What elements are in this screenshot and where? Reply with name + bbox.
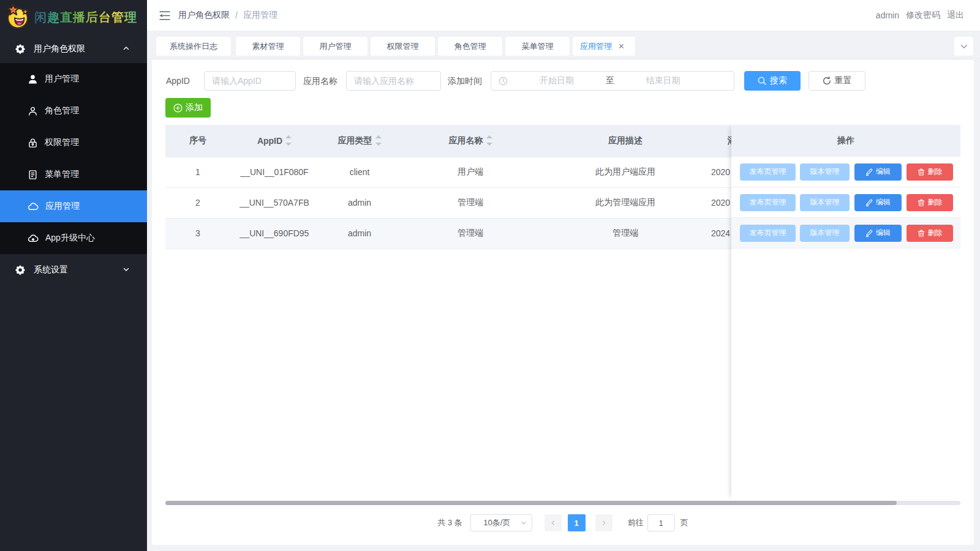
actions-row: 发布页管理 版本管理 编辑 删除 bbox=[731, 187, 960, 218]
chevron-down-icon bbox=[521, 519, 527, 528]
lock-icon bbox=[28, 138, 38, 148]
breadcrumb-separator: / bbox=[235, 10, 238, 20]
col-header-actions: 操作 bbox=[731, 125, 960, 157]
goto-label: 前往 bbox=[628, 517, 644, 528]
logo: 闲趣直播后台管理 bbox=[0, 0, 147, 34]
tab-role-mgmt[interactable]: 角色管理 bbox=[438, 37, 502, 56]
reset-button[interactable]: 重置 bbox=[809, 71, 865, 91]
sort-caret-icon[interactable] bbox=[285, 135, 292, 146]
publish-page-button[interactable]: 发布页管理 bbox=[740, 163, 796, 181]
tab-user-mgmt[interactable]: 用户管理 bbox=[303, 37, 368, 56]
sidebar-item-menu-mgmt[interactable]: 菜单管理 bbox=[0, 159, 147, 190]
filter-row: AppID 应用名称 添加时间 开始日期 至 结束日期 搜索 bbox=[165, 71, 960, 91]
card: AppID 应用名称 添加时间 开始日期 至 结束日期 搜索 bbox=[152, 60, 974, 545]
tab-app-mgmt[interactable]: 应用管理 bbox=[573, 37, 635, 56]
chevron-up-icon bbox=[123, 44, 130, 54]
publish-page-button[interactable]: 发布页管理 bbox=[740, 225, 796, 242]
search-icon bbox=[758, 77, 766, 85]
version-mgmt-button[interactable]: 版本管理 bbox=[800, 163, 850, 181]
app-name-input[interactable] bbox=[346, 71, 441, 91]
goto-suffix-label: 页 bbox=[680, 517, 688, 528]
breadcrumb: 用户角色权限 / 应用管理 bbox=[178, 10, 277, 21]
delete-button[interactable]: 删除 bbox=[907, 194, 953, 211]
main-area: 用户角色权限 / 应用管理 admin 修改密码 退出 系统操作日志 素材管理 … bbox=[147, 0, 980, 551]
add-time-label: 添加时间 bbox=[448, 71, 482, 91]
app-title: 闲趣直播后台管理 bbox=[34, 9, 137, 26]
date-range-picker[interactable]: 开始日期 至 结束日期 bbox=[491, 71, 734, 91]
trash-icon bbox=[918, 230, 925, 237]
sidebar-group-label: 用户角色权限 bbox=[34, 43, 85, 54]
col-header-desc: 应用描述 bbox=[540, 125, 710, 157]
fixed-actions-column: 操作 发布页管理 版本管理 编辑 删除 发 bbox=[731, 125, 960, 499]
sidebar-item-role-mgmt[interactable]: 角色管理 bbox=[0, 95, 147, 127]
add-button[interactable]: 添加 bbox=[165, 98, 211, 118]
trash-icon bbox=[918, 168, 925, 176]
sidebar-item-app-upgrade[interactable]: App升级中心 bbox=[0, 222, 147, 254]
logo-emoji-icon bbox=[6, 5, 30, 29]
next-page-button[interactable] bbox=[595, 514, 612, 531]
prev-page-button[interactable] bbox=[545, 514, 562, 531]
page-size-select[interactable]: 10条/页 bbox=[470, 514, 532, 531]
tab-system-log[interactable]: 系统操作日志 bbox=[156, 37, 231, 56]
edit-pen-icon bbox=[865, 199, 873, 206]
goto-page-input[interactable] bbox=[647, 514, 675, 531]
sort-caret-icon[interactable] bbox=[375, 135, 382, 146]
logout-link[interactable]: 退出 bbox=[947, 10, 964, 21]
date-range-separator: 至 bbox=[606, 75, 614, 86]
breadcrumb-item-current: 应用管理 bbox=[243, 10, 277, 21]
pagination: 共 3 条 10条/页 1 前往 页 bbox=[165, 514, 960, 531]
tab-close-icon[interactable] bbox=[617, 42, 625, 51]
version-mgmt-button[interactable]: 版本管理 bbox=[800, 225, 850, 242]
edit-button[interactable]: 编辑 bbox=[854, 225, 902, 242]
search-button[interactable]: 搜索 bbox=[744, 71, 801, 91]
sidebar: 闲趣直播后台管理 用户角色权限 用户管理 角色管理 bbox=[0, 0, 147, 551]
user-filled-icon bbox=[28, 74, 38, 84]
sort-caret-icon[interactable] bbox=[486, 135, 492, 146]
col-header-name[interactable]: 应用名称 bbox=[401, 125, 540, 157]
date-start-input[interactable]: 开始日期 bbox=[508, 75, 606, 86]
change-password-link[interactable]: 修改密码 bbox=[906, 10, 940, 21]
delete-button[interactable]: 删除 bbox=[907, 225, 953, 242]
edit-button[interactable]: 编辑 bbox=[854, 163, 902, 181]
scrollbar-thumb[interactable] bbox=[165, 501, 897, 505]
edit-pen-icon bbox=[865, 230, 873, 237]
topbar-actions: admin 修改密码 退出 bbox=[876, 10, 964, 21]
document-icon bbox=[28, 170, 38, 180]
edit-pen-icon bbox=[865, 168, 873, 176]
sidebar-group-label: 系统设置 bbox=[34, 264, 68, 276]
tab-material-mgmt[interactable]: 素材管理 bbox=[236, 37, 300, 56]
col-header-type[interactable]: 应用类型 bbox=[318, 125, 401, 157]
tab-permission-mgmt[interactable]: 权限管理 bbox=[371, 37, 435, 56]
refresh-icon bbox=[823, 77, 831, 85]
current-page[interactable]: 1 bbox=[568, 514, 586, 531]
date-end-input[interactable]: 结束日期 bbox=[614, 75, 734, 86]
publish-page-button[interactable]: 发布页管理 bbox=[740, 194, 796, 211]
upload-cloud-icon bbox=[28, 233, 39, 244]
tab-menu-mgmt[interactable]: 菜单管理 bbox=[505, 37, 570, 56]
sidebar-fold-icon[interactable] bbox=[159, 10, 170, 21]
data-table: 序号 AppID 应用类型 应用名称 应用描述 添加时间 1 _ bbox=[165, 125, 960, 499]
circle-plus-icon bbox=[173, 103, 183, 113]
tabstrip: 系统操作日志 素材管理 用户管理 权限管理 角色管理 菜单管理 应用管理 bbox=[147, 31, 980, 59]
appid-input[interactable] bbox=[204, 71, 296, 91]
gear-icon bbox=[15, 265, 25, 275]
username[interactable]: admin bbox=[876, 10, 899, 20]
sidebar-item-permission-mgmt[interactable]: 权限管理 bbox=[0, 127, 147, 159]
topbar: 用户角色权限 / 应用管理 admin 修改密码 退出 bbox=[147, 0, 980, 31]
delete-button[interactable]: 删除 bbox=[907, 163, 953, 181]
pagination-total: 共 3 条 bbox=[437, 517, 462, 528]
breadcrumb-item[interactable]: 用户角色权限 bbox=[178, 10, 230, 21]
sidebar-item-user-mgmt[interactable]: 用户管理 bbox=[0, 63, 147, 95]
col-header-appid[interactable]: AppID bbox=[230, 125, 318, 157]
content: AppID 应用名称 添加时间 开始日期 至 结束日期 搜索 bbox=[147, 59, 980, 551]
version-mgmt-button[interactable]: 版本管理 bbox=[800, 194, 850, 211]
sidebar-submenu: 用户管理 角色管理 权限管理 菜单管理 应用管理 bbox=[0, 63, 147, 254]
tab-list-dropdown[interactable] bbox=[954, 37, 973, 56]
sidebar-group-user-role[interactable]: 用户角色权限 bbox=[0, 34, 147, 63]
sidebar-group-system-settings[interactable]: 系统设置 bbox=[0, 254, 147, 285]
edit-button[interactable]: 编辑 bbox=[854, 194, 902, 211]
sidebar-item-app-mgmt[interactable]: 应用管理 bbox=[0, 190, 147, 222]
gear-icon bbox=[15, 44, 25, 54]
user-outline-icon bbox=[28, 106, 38, 116]
appid-label: AppID bbox=[166, 71, 190, 91]
